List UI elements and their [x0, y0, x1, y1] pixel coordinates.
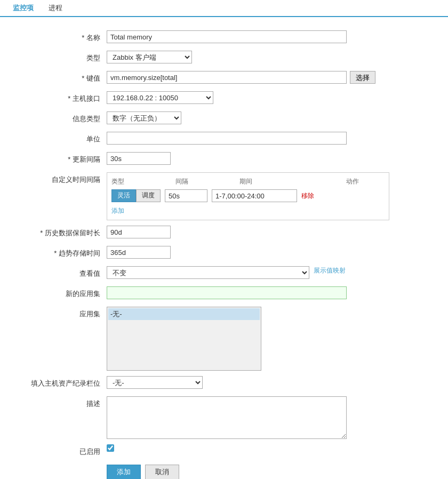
form-content: 名称 类型 Zabbix 客户端 键值 选择 主机接口 192.168.0.22… [11, 25, 437, 479]
interval-input[interactable] [107, 152, 171, 165]
col-type-header: 类型 [111, 177, 175, 186]
add-custom-interval-link[interactable]: 添加 [111, 206, 124, 215]
custom-interval-row: 自定义时间间隔 类型 间隔 期间 动作 灵活 调度 移除 [11, 172, 437, 220]
desc-row: 描述 [11, 396, 437, 439]
form-container: 名称 类型 Zabbix 客户端 键值 选择 主机接口 192.168.0.22… [0, 17, 448, 479]
enabled-checkbox-wrapper [107, 444, 114, 452]
info-type-row: 信息类型 数字（无正负） [11, 111, 437, 126]
history-input[interactable] [107, 226, 171, 238]
host-interface-label: 主机接口 [11, 91, 107, 103]
appset-listbox[interactable]: -无- [107, 307, 261, 371]
action-buttons: 添加 取消 [11, 465, 437, 479]
interval-label: 更新间隔 [11, 152, 107, 164]
add-button[interactable]: 添加 [107, 465, 141, 479]
col-period-header: 期间 [239, 177, 346, 186]
col-action-header: 动作 [346, 177, 385, 186]
custom-period-value[interactable] [212, 189, 297, 202]
custom-time-data-row: 灵活 调度 移除 [111, 189, 385, 202]
unit-input[interactable] [107, 132, 347, 145]
asset-row: 填入主机资产纪录栏位 -无- [11, 376, 437, 391]
check-value-row: 查看值 不变 展示值映射 [11, 266, 437, 281]
type-row: 类型 Zabbix 客户端 [11, 51, 437, 66]
enabled-checkbox[interactable] [107, 444, 114, 452]
nav-tabs: 监控项 进程 [0, 0, 448, 17]
desc-label: 描述 [11, 396, 107, 409]
info-type-select[interactable]: 数字（无正负） [107, 111, 181, 124]
btn-schedule[interactable]: 调度 [136, 189, 161, 202]
custom-time-block: 类型 间隔 期间 动作 灵活 调度 移除 添加 [107, 172, 389, 220]
info-type-label: 信息类型 [11, 111, 107, 124]
name-input[interactable] [107, 30, 347, 43]
key-label: 键值 [11, 71, 107, 83]
col-interval-header: 间隔 [175, 177, 239, 186]
btn-flexible[interactable]: 灵活 [111, 189, 136, 202]
type-btn-group: 灵活 调度 [111, 189, 161, 202]
enabled-row: 已启用 [11, 444, 437, 459]
host-interface-select[interactable]: 192.168.0.22 : 10050 [107, 91, 213, 104]
cancel-button[interactable]: 取消 [145, 465, 179, 479]
remove-link[interactable]: 移除 [301, 191, 314, 201]
host-interface-row: 主机接口 192.168.0.22 : 10050 [11, 91, 437, 106]
custom-interval-value[interactable] [165, 189, 207, 202]
enabled-label: 已启用 [11, 444, 107, 457]
type-select[interactable]: Zabbix 客户端 [107, 51, 192, 63]
new-appset-row: 新的应用集 [11, 286, 437, 301]
name-label: 名称 [11, 30, 107, 43]
tab-process[interactable]: 进程 [41, 0, 70, 16]
key-select-button[interactable]: 选择 [350, 71, 375, 84]
unit-row: 单位 [11, 132, 437, 147]
asset-label: 填入主机资产纪录栏位 [11, 376, 107, 388]
custom-interval-label: 自定义时间间隔 [11, 172, 107, 185]
appset-label: 应用集 [11, 307, 107, 319]
key-input[interactable] [107, 71, 347, 84]
interval-row: 更新间隔 [11, 152, 437, 167]
appset-option[interactable]: -无- [108, 308, 260, 320]
add-row: 添加 [111, 205, 385, 215]
key-row: 键值 选择 [11, 71, 437, 86]
asset-select[interactable]: -无- [107, 376, 203, 389]
trend-input[interactable] [107, 246, 171, 259]
lookup-link[interactable]: 展示值映射 [314, 266, 346, 275]
trend-label: 趋势存储时间 [11, 246, 107, 258]
check-value-select[interactable]: 不变 [107, 266, 309, 279]
unit-label: 单位 [11, 132, 107, 144]
history-row: 历史数据保留时长 [11, 226, 437, 241]
history-label: 历史数据保留时长 [11, 226, 107, 238]
desc-textarea[interactable] [107, 396, 347, 439]
new-appset-label: 新的应用集 [11, 286, 107, 299]
name-row: 名称 [11, 30, 437, 45]
new-appset-input[interactable] [107, 286, 347, 299]
check-value-label: 查看值 [11, 266, 107, 278]
type-label: 类型 [11, 51, 107, 63]
custom-time-header: 类型 间隔 期间 动作 [111, 177, 385, 186]
trend-row: 趋势存储时间 [11, 246, 437, 261]
appset-row: 应用集 -无- [11, 307, 437, 371]
tab-monitor[interactable]: 监控项 [5, 0, 41, 17]
